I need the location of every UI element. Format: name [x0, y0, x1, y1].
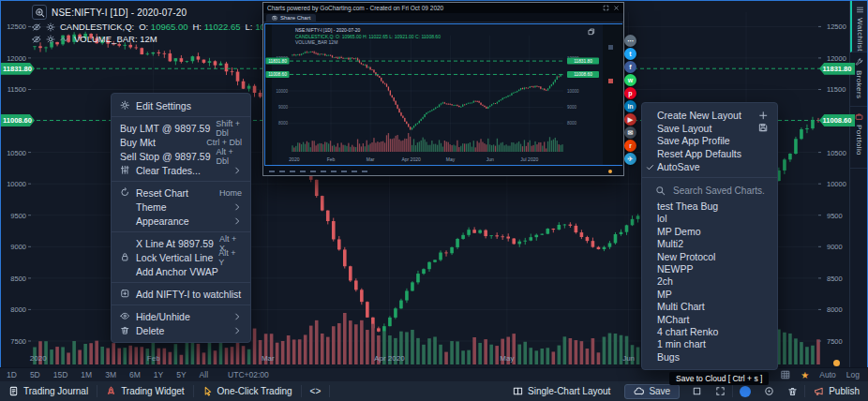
- menu-item-label: Buy LMT @ 9897.59: [120, 123, 210, 134]
- price-tick-right: 12500: [827, 22, 846, 31]
- code-button[interactable]: <>: [302, 381, 330, 401]
- share-reddit-button[interactable]: r: [624, 140, 636, 152]
- price-level-badge: 11008.60: [0, 114, 35, 126]
- divider: [329, 385, 330, 397]
- share-telegram-button[interactable]: ✈: [624, 153, 636, 165]
- volume-settings-gear-icon[interactable]: [46, 35, 55, 44]
- saved-chart-item[interactable]: Multi Chart: [642, 301, 777, 313]
- single-chart-layout-button[interactable]: Single-Chart Layout: [504, 381, 619, 401]
- saved-chart-item[interactable]: 2ch: [642, 275, 777, 288]
- grid-settings-icon[interactable]: [781, 370, 790, 379]
- share-twitter-button[interactable]: t: [624, 48, 636, 60]
- saved-charts-search[interactable]: Search Saved Charts.: [642, 182, 777, 200]
- chat-icon[interactable]: [740, 386, 751, 397]
- menu-item-buy-lmt-9897-59[interactable]: Buy LMT @ 9897.59Shift + Dbl: [112, 121, 250, 135]
- menu-item-appearance[interactable]: Appearance: [112, 214, 250, 228]
- layout-menu-item-autosave[interactable]: AutoSave: [642, 160, 777, 173]
- timeframe-1d[interactable]: 1D: [0, 370, 23, 379]
- saved-chart-item[interactable]: lol: [642, 213, 777, 225]
- timezone-label[interactable]: UTC+02:00: [228, 370, 269, 379]
- snapshot-expand-icon[interactable]: [603, 5, 609, 11]
- timeframe-all[interactable]: All: [193, 370, 215, 379]
- saved-chart-item[interactable]: Multi2: [642, 238, 777, 250]
- svg-text:11831.80: 11831.80: [574, 59, 592, 64]
- saved-chart-item[interactable]: MP Demo: [642, 226, 777, 238]
- share-youtube-button[interactable]: ▶: [624, 113, 636, 126]
- menu-item-clear-trades[interactable]: Clear Trades...: [112, 163, 250, 177]
- delete-drawings-button[interactable]: [781, 386, 804, 396]
- price-tick-left: 8000: [0, 305, 26, 314]
- one-click-trading-button[interactable]: One-Click Trading: [194, 381, 301, 401]
- menu-item-reset-chart[interactable]: Reset ChartHome: [112, 186, 250, 200]
- magnifier-zoom-button[interactable]: [32, 5, 47, 20]
- share-email-button[interactable]: ✉: [624, 126, 636, 139]
- trading-widget-button[interactable]: Trading Widget: [97, 381, 192, 401]
- saved-chart-item[interactable]: NEWPP: [642, 263, 777, 275]
- menu-item-label: Add NIFTY-I to watchlist: [136, 289, 242, 300]
- menu-item-sell-stop-9897-59[interactable]: Sell Stop @ 9897.59Alt + Dbl: [112, 149, 250, 163]
- snapshot-close-icon[interactable]: [613, 5, 620, 11]
- price-tick-left: 8500: [0, 275, 26, 283]
- eye-icon: [120, 311, 136, 321]
- saved-chart-item[interactable]: New Protocol: [642, 251, 777, 263]
- menu-item-hide-unhide[interactable]: Hide/Unhide: [112, 309, 250, 323]
- saved-chart-item[interactable]: 4 chart Renko: [642, 326, 777, 338]
- menu-item-lock-vertical-line[interactable]: Lock Vertical LineAlt + Y: [112, 250, 250, 264]
- timeframe-5y[interactable]: 5Y: [170, 370, 192, 379]
- share-linkedin-button[interactable]: in: [624, 100, 636, 112]
- svg-text:Mar: Mar: [367, 156, 375, 162]
- timeframe-6m[interactable]: 6M: [123, 370, 147, 379]
- favorite-star-icon[interactable]: ★: [801, 370, 809, 380]
- chevron-right-icon: [232, 202, 242, 212]
- crosshair-button[interactable]: [757, 386, 781, 396]
- hide-series-eye-icon[interactable]: [32, 22, 41, 32]
- price-tick-left: 10000: [0, 180, 26, 188]
- saved-chart-item[interactable]: MP: [642, 289, 777, 301]
- hide-volume-eye-icon[interactable]: [32, 35, 41, 44]
- fullscreen-button[interactable]: [709, 386, 732, 396]
- log-scale-button[interactable]: Log: [846, 370, 860, 379]
- menu-item-add-anchor-vwap[interactable]: Add Anchor VWAP: [112, 264, 250, 278]
- screenshot-region-button[interactable]: [685, 386, 709, 396]
- layout-menu-item-save-layout[interactable]: Save Layout: [642, 122, 777, 135]
- save-button[interactable]: Save: [624, 384, 680, 399]
- menu-item-add-nifty-i-to-watchlist[interactable]: Add NIFTY-I to watchlist: [112, 287, 250, 301]
- layout-menu-item-reset-app-defaults[interactable]: Reset App Defaults: [642, 147, 777, 160]
- trading-journal-button[interactable]: Trading Journal: [0, 381, 97, 401]
- series-settings-gear-icon[interactable]: [46, 22, 55, 32]
- menu-item-delete[interactable]: Delete: [112, 323, 250, 337]
- menu-item-label: Buy Mkt: [120, 137, 201, 148]
- timeframe-1m[interactable]: 1M: [74, 370, 98, 379]
- share-share-more-button[interactable]: ⋯: [624, 35, 636, 47]
- timeframe-3m[interactable]: 3M: [98, 370, 123, 379]
- publish-button[interactable]: Publish: [805, 381, 868, 401]
- auto-scale-button[interactable]: Auto: [819, 370, 836, 379]
- share-pinterest-button[interactable]: p: [624, 87, 636, 99]
- copy-snapshot-icon[interactable]: [588, 28, 595, 36]
- timeframe-5d[interactable]: 5D: [23, 370, 47, 379]
- menu-item-edit-settings[interactable]: Edit Settings: [112, 98, 250, 112]
- blank-icon: [120, 238, 136, 248]
- tab-share-chart[interactable]: Share Chart: [266, 14, 316, 22]
- svg-text:9000: 9000: [278, 105, 289, 110]
- saved-chart-item[interactable]: 1 min chart: [642, 338, 777, 350]
- timeframe-1y[interactable]: 1Y: [147, 370, 170, 379]
- layout-menu-item-save-app-profile[interactable]: Save App Profile: [642, 135, 777, 148]
- menu-item-label: Hide/Unhide: [136, 311, 232, 322]
- tab-brokers[interactable]: Brokers: [850, 52, 868, 107]
- saved-chart-item[interactable]: test Thea Bug: [642, 200, 777, 213]
- price-tick-right: 10000: [827, 180, 846, 188]
- timeframe-15d[interactable]: 15D: [47, 370, 75, 379]
- share-whatsapp-button[interactable]: w: [624, 74, 636, 86]
- mini-toolbar-mark: [352, 171, 357, 172]
- target-icon: [764, 386, 774, 396]
- tab-watchlist[interactable]: Watchlist: [850, 0, 868, 52]
- layout-menu-item-create-new-layout[interactable]: Create New Layout: [642, 109, 777, 122]
- svg-text:11008.60: 11008.60: [574, 72, 592, 77]
- saved-chart-item[interactable]: Bugs: [642, 351, 777, 364]
- menu-divider: [112, 181, 250, 182]
- menu-item-theme[interactable]: Theme: [112, 200, 250, 214]
- saved-chart-item[interactable]: MChart: [642, 314, 777, 326]
- wrench-icon: [855, 58, 863, 67]
- share-facebook-button[interactable]: f: [624, 61, 636, 73]
